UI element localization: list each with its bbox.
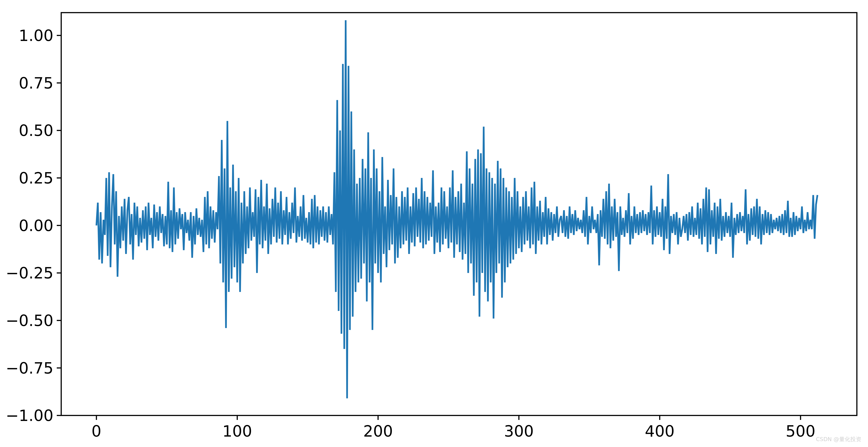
x-tick-label: 300 [504,422,534,440]
y-tick-label: 0.00 [19,217,54,235]
y-tick-label: −0.25 [6,264,54,282]
x-tick-label: 500 [786,422,815,440]
y-tick-label: 0.75 [19,74,54,92]
y-tick-label: 0.50 [19,122,54,139]
chart-container: 0100200300400500−1.00−0.75−0.50−0.250.00… [0,0,868,447]
x-tick-label: 100 [222,422,252,440]
y-tick-label: 0.25 [19,169,54,187]
line-chart: 0100200300400500−1.00−0.75−0.50−0.250.00… [0,0,868,447]
x-tick-label: 200 [363,422,393,440]
y-tick-label: −1.00 [6,407,54,425]
y-tick-label: −0.75 [6,359,54,377]
x-tick-label: 0 [92,422,101,440]
y-tick-label: 1.00 [19,27,54,44]
watermark-text: CSDN @量化投资 [816,436,861,443]
y-tick-label: −0.50 [6,312,54,330]
x-tick-label: 400 [645,422,675,440]
series-signal [96,20,817,398]
